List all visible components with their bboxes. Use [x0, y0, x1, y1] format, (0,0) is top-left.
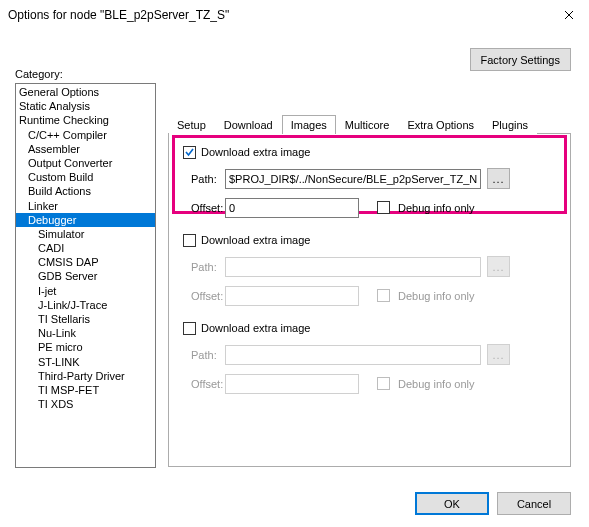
debug-info-only-checkbox[interactable] [377, 201, 390, 214]
category-item[interactable]: Assembler [16, 142, 155, 156]
category-item[interactable]: I-jet [16, 284, 155, 298]
window-title: Options for node "BLE_p2pServer_TZ_S" [8, 8, 229, 22]
browse-button: ... [487, 256, 510, 277]
browse-button: ... [487, 344, 510, 365]
extra-image-group: Download extra imagePath:...Offset: Debu… [177, 231, 562, 309]
path-label: Path: [177, 173, 225, 185]
tab-setup[interactable]: Setup [168, 115, 215, 134]
category-item[interactable]: Runtime Checking [16, 113, 155, 127]
path-input [225, 257, 481, 277]
category-item[interactable]: CADI [16, 241, 155, 255]
category-item[interactable]: Simulator [16, 227, 155, 241]
options-dialog: Options for node "BLE_p2pServer_TZ_S" Fa… [0, 0, 589, 527]
extra-image-group: Download extra imagePath:...Offset: Debu… [177, 319, 562, 397]
path-input [225, 345, 481, 365]
tab-multicore[interactable]: Multicore [336, 115, 399, 134]
category-item[interactable]: General Options [16, 85, 155, 99]
category-item[interactable]: Third-Party Driver [16, 369, 155, 383]
download-extra-image-label: Download extra image [201, 234, 310, 246]
tab-images[interactable]: Images [282, 115, 336, 134]
extra-image-group: Download extra imagePath:...Offset: Debu… [177, 143, 562, 221]
category-item[interactable]: Custom Build [16, 170, 155, 184]
debug-info-only-checkbox [377, 289, 390, 302]
tabs-row: SetupDownloadImagesMulticoreExtra Option… [168, 112, 571, 134]
close-icon [564, 10, 574, 20]
cancel-button[interactable]: Cancel [497, 492, 571, 515]
category-item[interactable]: Linker [16, 199, 155, 213]
path-label: Path: [177, 261, 225, 273]
download-extra-image-checkbox[interactable] [183, 146, 196, 159]
client-area: Factory Settings Category: General Optio… [0, 30, 589, 527]
download-extra-image-checkbox[interactable] [183, 322, 196, 335]
category-item[interactable]: Build Actions [16, 184, 155, 198]
offset-input [225, 286, 359, 306]
path-input[interactable] [225, 169, 481, 189]
category-item[interactable]: J-Link/J-Trace [16, 298, 155, 312]
category-item[interactable]: Debugger [16, 213, 155, 227]
tab-extra-options[interactable]: Extra Options [398, 115, 483, 134]
download-extra-image-checkbox[interactable] [183, 234, 196, 247]
factory-settings-button[interactable]: Factory Settings [470, 48, 571, 71]
browse-button[interactable]: ... [487, 168, 510, 189]
debug-info-only-checkbox [377, 377, 390, 390]
titlebar: Options for node "BLE_p2pServer_TZ_S" [0, 0, 589, 30]
tab-download[interactable]: Download [215, 115, 282, 134]
debug-info-only-label: Debug info only [398, 290, 474, 302]
category-item[interactable]: CMSIS DAP [16, 255, 155, 269]
tabs-area: SetupDownloadImagesMulticoreExtra Option… [168, 112, 571, 134]
path-label: Path: [177, 349, 225, 361]
category-item[interactable]: TI MSP-FET [16, 383, 155, 397]
category-item[interactable]: ST-LINK [16, 355, 155, 369]
offset-label: Offset: [177, 290, 225, 302]
category-item[interactable]: PE micro [16, 340, 155, 354]
category-item[interactable]: Nu-Link [16, 326, 155, 340]
category-item[interactable]: C/C++ Compiler [16, 128, 155, 142]
download-extra-image-label: Download extra image [201, 322, 310, 334]
tab-panel-images: Download extra imagePath:...Offset: Debu… [168, 133, 571, 467]
check-icon [184, 147, 195, 158]
category-item[interactable]: TI XDS [16, 397, 155, 411]
offset-label: Offset: [177, 378, 225, 390]
offset-label: Offset: [177, 202, 225, 214]
debug-info-only-label: Debug info only [398, 202, 474, 214]
tab-plugins[interactable]: Plugins [483, 115, 537, 134]
debug-info-only-label: Debug info only [398, 378, 474, 390]
dialog-buttons: OK Cancel [415, 492, 571, 515]
category-item[interactable]: Static Analysis [16, 99, 155, 113]
category-label: Category: [15, 68, 63, 80]
close-button[interactable] [549, 0, 589, 30]
category-item[interactable]: TI Stellaris [16, 312, 155, 326]
offset-input[interactable] [225, 198, 359, 218]
category-item[interactable]: Output Converter [16, 156, 155, 170]
category-list[interactable]: General OptionsStatic AnalysisRuntime Ch… [15, 83, 156, 468]
download-extra-image-label: Download extra image [201, 146, 310, 158]
offset-input [225, 374, 359, 394]
ok-button[interactable]: OK [415, 492, 489, 515]
category-item[interactable]: GDB Server [16, 269, 155, 283]
